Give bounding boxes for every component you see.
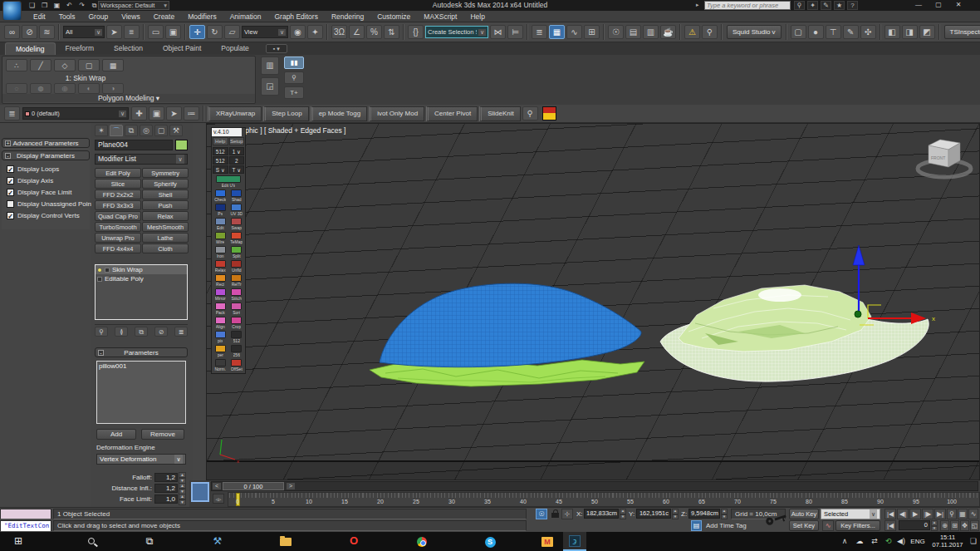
- spinner-arrows[interactable]: ▲▼: [179, 472, 186, 484]
- object-color-swatch[interactable]: [175, 140, 188, 150]
- use-pivot-center-icon[interactable]: ◉: [290, 25, 306, 39]
- y-coordinate-field[interactable]: 162,1951c: [636, 509, 671, 519]
- sphere-icon[interactable]: ●: [808, 25, 824, 39]
- textools-tool-relax[interactable]: Relax: [213, 260, 228, 273]
- textools-tool-edit[interactable]: Edit: [213, 218, 228, 231]
- menu-tools[interactable]: Tools: [52, 11, 82, 22]
- auto-key-button[interactable]: Auto Key: [789, 509, 819, 519]
- checkbox-display-unassigned-points[interactable]: [7, 200, 14, 208]
- taskbar-app-gmail[interactable]: M: [536, 532, 559, 551]
- ribbon-tab-object-paint[interactable]: Object Paint: [153, 42, 211, 55]
- render-setup-icon[interactable]: ▤: [625, 25, 641, 39]
- textools-tool-stitch[interactable]: Stitch: [229, 288, 245, 302]
- make-unique-icon[interactable]: ⧉: [135, 327, 148, 337]
- hierarchy-tab-icon[interactable]: ⧉: [125, 125, 138, 136]
- sign-in-icon[interactable]: ✦: [807, 1, 818, 10]
- remove-modifier-icon[interactable]: ⊘: [154, 327, 168, 337]
- target-list-item[interactable]: pillow001: [99, 362, 184, 370]
- ribbon-tab-selection[interactable]: Selection: [104, 42, 153, 55]
- select-and-scale-icon[interactable]: ▱: [224, 25, 240, 39]
- preview-off-icon[interactable]: ◌: [6, 83, 27, 94]
- menu-graph-editors[interactable]: Graph Editors: [267, 11, 324, 22]
- maxscript-mini-listener[interactable]: "EditTextCon: [0, 520, 51, 532]
- textools-field[interactable]: 2: [229, 156, 245, 165]
- spinner-arrows[interactable]: ▲▼: [179, 483, 186, 494]
- modifier-button-lathe[interactable]: Lathe: [142, 233, 189, 243]
- polygon-modeling-title[interactable]: Polygon Modeling ▾: [2, 94, 255, 102]
- textools-setup-button[interactable]: Setup: [229, 137, 245, 145]
- isolate-selection-icon[interactable]: ☉: [536, 509, 547, 519]
- macro-recorder-pane[interactable]: [0, 509, 51, 519]
- start-button[interactable]: ⊞: [7, 532, 30, 551]
- textools-tool-rect[interactable]: Rect: [213, 274, 228, 288]
- skinwrap-targets-list[interactable]: pillow001: [96, 361, 186, 424]
- go-to-end-button[interactable]: ▶|: [934, 509, 946, 519]
- modifier-button-shell[interactable]: Shell: [142, 189, 189, 199]
- taskbar-app-skype[interactable]: S: [478, 532, 502, 551]
- menu-maxscript[interactable]: MAXScript: [417, 11, 463, 22]
- display-tab-icon[interactable]: ▢: [154, 125, 168, 136]
- textools-tool-512[interactable]: 512: [229, 331, 245, 344]
- preview-multi-icon[interactable]: ◎: [54, 83, 76, 94]
- textools-tool-per[interactable]: per: [213, 345, 228, 358]
- textools-tool-ps[interactable]: Ps: [213, 204, 228, 217]
- textools-tool-wire[interactable]: Wire: [213, 232, 228, 245]
- menu-edit[interactable]: Edit: [27, 11, 52, 22]
- mini-curve-editor-button[interactable]: [191, 482, 209, 502]
- timeline-ruler[interactable]: 0510152025303540455055606570758085909510…: [228, 492, 980, 507]
- textools-tool-reltr[interactable]: RelTr: [229, 274, 245, 288]
- rectangular-selection-icon[interactable]: ▭: [148, 25, 164, 39]
- taskbar-app-3dsmax[interactable]: ϶: [563, 532, 586, 551]
- current-frame-field[interactable]: 0: [899, 520, 930, 530]
- curve-editor-icon[interactable]: ∿: [566, 25, 582, 39]
- next-frame-button[interactable]: |▶: [922, 509, 933, 519]
- minimize-button[interactable]: —: [910, 1, 927, 10]
- show-end-result-icon[interactable]: ≬: [115, 327, 128, 337]
- checkbox-display-loops[interactable]: ✓: [7, 165, 14, 173]
- layer-list-icon[interactable]: ≣: [4, 106, 20, 121]
- communication-icon[interactable]: ✎: [821, 1, 831, 10]
- textools-tool-pix[interactable]: pix: [213, 331, 228, 344]
- textools-tool-sort[interactable]: Sort: [229, 303, 245, 316]
- render-export-icon[interactable]: ◩: [919, 25, 935, 39]
- textools-field[interactable]: 512: [213, 156, 228, 165]
- named-selection-sets-dropdown[interactable]: Create Selection Se∨: [425, 26, 488, 38]
- next-frame-arrow[interactable]: >: [287, 483, 295, 490]
- create-new-layer-icon[interactable]: ✚: [131, 106, 147, 121]
- pillow-object[interactable]: [370, 283, 644, 386]
- mini-curve-editor-icon[interactable]: ∿: [968, 509, 978, 519]
- track-bar-filter-icon[interactable]: ◃▹: [213, 494, 224, 504]
- workspace-dropdown[interactable]: Workspace: Default ▾: [98, 1, 169, 10]
- textools-tool-iron[interactable]: Iron: [213, 246, 228, 259]
- edge-mode-icon[interactable]: ╱: [30, 59, 51, 71]
- taskbar-app-chrome[interactable]: [410, 532, 434, 551]
- graphite-ribbon-toggle-icon[interactable]: ▦: [549, 25, 565, 39]
- plugin-button-step-loop[interactable]: Step Loop: [263, 106, 308, 121]
- plugin-button-slideknit[interactable]: SlideKnit: [479, 106, 521, 121]
- layer-manager-icon[interactable]: ≣: [532, 25, 547, 39]
- plugin-button-ivot-only-mod[interactable]: ivot Only Mod: [369, 106, 424, 121]
- stack-item-editable-poly[interactable]: Editable Poly: [96, 274, 187, 283]
- selection-set-dropdown[interactable]: Selected ∨: [821, 509, 880, 519]
- taskbar-app-tool[interactable]: ⚒: [206, 532, 229, 551]
- textools-tool-align[interactable]: Align: [213, 317, 228, 330]
- border-mode-icon[interactable]: ◇: [54, 59, 76, 71]
- edit-named-selection-sets-icon[interactable]: {}: [408, 25, 424, 39]
- textools-field[interactable]: 512: [213, 147, 228, 155]
- add-button[interactable]: Add: [96, 429, 136, 440]
- pan-hand-icon[interactable]: ✥: [960, 520, 969, 531]
- modifier-button-edit-poly[interactable]: Edit Poly: [95, 168, 141, 178]
- taskbar-search-button[interactable]: [80, 532, 103, 551]
- ribbon-tab-modeling[interactable]: Modeling: [5, 42, 56, 55]
- batch-render-icon[interactable]: ◧: [884, 25, 900, 39]
- search-icon[interactable]: ⚲: [794, 1, 805, 10]
- rollout-header-advanced-parameters[interactable]: +Advanced Parameters: [2, 138, 90, 148]
- previous-frame-button[interactable]: ◀|: [897, 509, 909, 519]
- character-icon[interactable]: ✣: [860, 25, 876, 39]
- textools-tool-uv3d[interactable]: UV 3D: [229, 204, 245, 217]
- modifier-button-unwrap-pro[interactable]: Unwrap Pro: [95, 233, 141, 243]
- x-coordinate-field[interactable]: 182,833cm: [584, 509, 619, 519]
- vertex-mode-icon[interactable]: ∴: [6, 59, 27, 71]
- mirror-icon[interactable]: ⋈: [490, 25, 506, 39]
- snap-toggle-icon[interactable]: 3Ω: [331, 25, 347, 39]
